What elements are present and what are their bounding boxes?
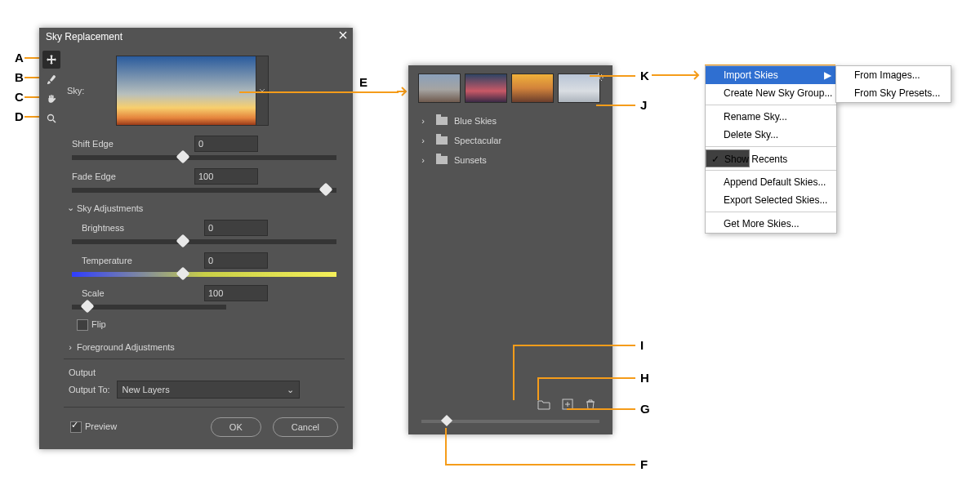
folder-label: Spectacular xyxy=(454,136,501,145)
submenu-from-images[interactable]: From Images... xyxy=(836,66,951,84)
flip-row[interactable]: Flip xyxy=(64,318,345,336)
callout-line-j xyxy=(596,105,635,106)
recent-thumb[interactable] xyxy=(465,74,507,103)
separator xyxy=(64,407,345,408)
output-to-label: Output To: xyxy=(67,385,110,394)
temperature-value[interactable]: 0 xyxy=(204,252,268,269)
callout-b: B xyxy=(15,70,24,84)
folder-label: Sunsets xyxy=(454,155,487,165)
menu-import-skies[interactable]: Import Skies▶ xyxy=(706,66,836,84)
tool-column xyxy=(42,51,60,129)
separator xyxy=(64,359,345,359)
menu-create-sky-group[interactable]: Create New Sky Group... xyxy=(706,84,836,102)
folder-row[interactable]: ›Spectacular xyxy=(408,131,612,150)
callout-k: K xyxy=(640,69,649,82)
shift-edge-value[interactable]: 0 xyxy=(194,136,258,152)
folder-icon xyxy=(436,156,448,164)
sky-label: Sky: xyxy=(64,86,116,96)
dialog-body: Sky: Shift Edge0 Fade Edge100 ⌄Sky Adjus… xyxy=(64,49,345,441)
svg-point-0 xyxy=(48,115,54,121)
chevron-right-icon: › xyxy=(420,116,426,126)
brush-tool-icon[interactable] xyxy=(42,70,60,88)
recents-row xyxy=(408,65,612,111)
sky-adjustments-header[interactable]: ⌄Sky Adjustments xyxy=(64,201,345,215)
gear-icon[interactable] xyxy=(593,72,604,83)
chevron-down-icon: ⌄ xyxy=(287,381,294,398)
hand-tool-icon[interactable] xyxy=(42,90,60,108)
ok-button[interactable]: OK xyxy=(211,417,261,437)
callout-line-f-v xyxy=(445,428,447,464)
callout-e: E xyxy=(359,75,368,89)
sky-preset-picker[interactable] xyxy=(256,56,269,126)
scale-value[interactable]: 100 xyxy=(204,285,268,301)
folder-label: Blue Skies xyxy=(454,116,497,126)
recent-thumb[interactable] xyxy=(418,74,461,103)
shift-edge-label: Shift Edge xyxy=(69,139,194,149)
callout-a: A xyxy=(15,51,24,65)
new-folder-icon[interactable] xyxy=(537,399,550,410)
import-submenu: From Images... From Sky Presets... xyxy=(835,65,951,103)
chevron-down-icon: ⌄ xyxy=(67,203,74,213)
arrow-right-icon xyxy=(397,87,408,96)
callout-j: J xyxy=(640,98,647,112)
flip-checkbox[interactable] xyxy=(77,319,88,331)
brightness-label: Brightness xyxy=(69,223,204,233)
callout-g: G xyxy=(640,402,650,416)
chevron-right-icon: › xyxy=(67,342,74,352)
preview-label: Preview xyxy=(85,421,117,431)
callout-line-i-v xyxy=(513,345,514,400)
callout-line-b xyxy=(24,77,39,78)
callout-line-d xyxy=(24,116,39,118)
sky-preview-thumb xyxy=(116,56,256,126)
menu-get-more[interactable]: Get More Skies... xyxy=(706,215,836,233)
menu-show-recents[interactable]: Show Recents xyxy=(706,149,750,167)
zoom-tool-icon[interactable] xyxy=(42,109,60,127)
close-icon[interactable] xyxy=(338,30,348,40)
move-tool-icon[interactable] xyxy=(42,51,60,69)
recent-thumb[interactable] xyxy=(511,74,554,103)
brightness-value[interactable]: 0 xyxy=(204,220,268,236)
callout-line-c xyxy=(24,96,39,98)
output-section: Output Output To: New Layers⌄ xyxy=(64,364,345,402)
callout-line-a xyxy=(24,57,39,59)
flip-label: Flip xyxy=(91,319,106,329)
gear-menu: Import Skies▶ Create New Sky Group... Re… xyxy=(705,65,837,234)
menu-delete-sky[interactable]: Delete Sky... xyxy=(706,126,836,144)
output-header: Output xyxy=(67,368,341,377)
callout-line-g xyxy=(567,408,635,410)
callout-line-e xyxy=(239,91,399,93)
scale-slider[interactable] xyxy=(72,305,226,310)
menu-export-selected[interactable]: Export Selected Skies... xyxy=(706,191,836,209)
submenu-from-presets[interactable]: From Sky Presets... xyxy=(836,84,951,102)
callout-f: F xyxy=(640,457,648,471)
folder-row[interactable]: ›Blue Skies xyxy=(408,111,612,131)
thumbnail-size-slider[interactable] xyxy=(421,420,599,423)
cancel-button[interactable]: Cancel xyxy=(273,417,338,437)
scale-label: Scale xyxy=(69,288,204,298)
fade-edge-slider[interactable] xyxy=(72,188,336,193)
menu-rename-sky[interactable]: Rename Sky... xyxy=(706,108,836,126)
foreground-adjustments-header[interactable]: ›Foreground Adjustments xyxy=(64,341,345,354)
preview-row[interactable]: Preview xyxy=(70,421,117,433)
output-to-select[interactable]: New Layers⌄ xyxy=(117,381,300,399)
callout-i: I xyxy=(640,338,644,352)
menu-item-label: Import Skies xyxy=(724,69,778,81)
fade-edge-label: Fade Edge xyxy=(69,172,194,181)
folder-row[interactable]: ›Sunsets xyxy=(408,150,612,170)
output-to-value: New Layers xyxy=(122,381,170,398)
sky-preset-panel: ›Blue Skies ›Spectacular ›Sunsets xyxy=(408,65,612,434)
callout-line-f-h xyxy=(445,464,635,466)
callout-line-h-v xyxy=(537,377,539,400)
preview-checkbox[interactable] xyxy=(70,421,82,433)
dialog-title: Sky Replacement xyxy=(46,31,122,42)
dialog-titlebar[interactable]: Sky Replacement xyxy=(39,28,353,46)
folder-icon xyxy=(436,117,448,125)
temperature-slider[interactable] xyxy=(72,272,336,277)
brightness-slider[interactable] xyxy=(72,239,336,244)
foreground-adjustments-label: Foreground Adjustments xyxy=(77,342,175,352)
menu-append-default[interactable]: Append Default Skies... xyxy=(706,173,836,191)
temperature-label: Temperature xyxy=(69,256,204,265)
callout-line-k xyxy=(590,75,635,77)
shift-edge-slider[interactable] xyxy=(72,155,336,160)
fade-edge-value[interactable]: 100 xyxy=(194,168,258,185)
